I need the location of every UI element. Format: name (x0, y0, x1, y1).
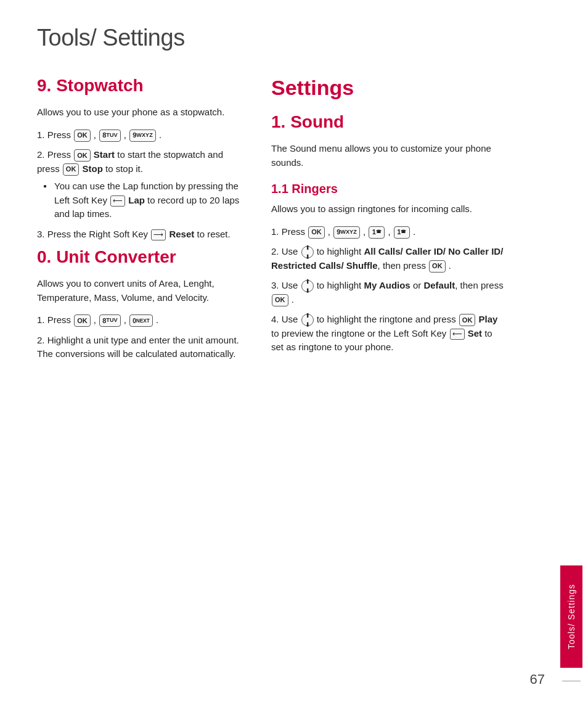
key-8tuv: 8TUV (99, 129, 120, 142)
sidebar-right: Tools/ Settings (555, 0, 588, 706)
section9-steps: 1. Press OK , 8TUV , 9WXYZ . 2. Press OK… (37, 128, 247, 242)
step-r-1: 1. Press OK , 9WXYZ , 1☎ , 1☎ . (271, 225, 505, 239)
two-column-layout: 9. Stopwatch Allows you to use your phon… (37, 76, 518, 367)
key-8tuv-0: 8TUV (99, 314, 120, 327)
bullet-9-1: You can use the Lap function by pressing… (43, 179, 247, 221)
sub11-intro: Allows you to assign ringtones for incom… (271, 202, 505, 216)
step-r-3: 3. Use ⬆⬇ to highlight My Audios or Defa… (271, 279, 505, 306)
right-column: Settings 1. Sound The Sound menu allows … (271, 76, 505, 367)
key-left-soft-lap: ⟵ (110, 195, 125, 207)
section1-intro: The Sound menu allows you to customize y… (271, 142, 505, 170)
key-left-soft-set: ⟵ (450, 329, 465, 340)
key-ok-1: OK (74, 129, 91, 142)
page-number: 67 (530, 671, 545, 688)
step-0-2: 2. Highlight a unit type and enter the u… (37, 334, 247, 361)
page-container: Tools/ Settings 9. Stopwatch Allows you … (0, 0, 588, 706)
key-ok-0-1: OK (74, 314, 91, 327)
sidebar-line (562, 681, 581, 682)
sub11-heading: 1.1 Ringers (271, 182, 505, 196)
key-ok-r2: OK (429, 260, 446, 273)
page-title: Tools/ Settings (37, 25, 518, 51)
settings-heading: Settings (271, 76, 505, 100)
key-1-r1a: 1☎ (369, 226, 385, 239)
step-9-3: 3. Press the Right Soft Key ⟶ Reset to r… (37, 228, 247, 242)
key-1-r1b: 1☎ (394, 226, 410, 239)
step-9-2: 2. Press OK Start to start the stopwatch… (37, 148, 247, 221)
key-ok-r3: OK (272, 294, 288, 306)
step-r-2: 2. Use ⬆⬇ to highlight All Calls/ Caller… (271, 245, 505, 273)
section9-intro: Allows you to use your phone as a stopwa… (37, 105, 247, 120)
key-ok-r1: OK (308, 226, 325, 239)
key-ok-2: OK (74, 149, 91, 162)
key-ok-3: OK (63, 163, 80, 176)
section9-heading: 9. Stopwatch (37, 76, 247, 96)
key-right-soft-reset: ⟶ (151, 229, 166, 240)
section0-intro: Allows you to convert units of Area, Len… (37, 277, 247, 305)
key-ok-r4: OK (459, 314, 476, 326)
left-column: 9. Stopwatch Allows you to use your phon… (37, 76, 247, 367)
key-nav-r2: ⬆⬇ (301, 246, 314, 258)
section1-heading: 1. Sound (271, 112, 505, 132)
section0-heading: 0. Unit Converter (37, 247, 247, 267)
key-9wxyz: 9WXYZ (129, 129, 156, 142)
key-9wxyz-r1: 9WXYZ (333, 226, 360, 239)
key-nav-r3: ⬆⬇ (301, 280, 314, 292)
step-9-1: 1. Press OK , 8TUV , 9WXYZ . (37, 128, 247, 142)
key-nav-r4: ⬆⬇ (301, 314, 314, 326)
step-0-1: 1. Press OK , 8TUV , 0NEXT . (37, 313, 247, 327)
sidebar-tab-label: Tools/ Settings (560, 565, 582, 668)
ringers-steps: 1. Press OK , 9WXYZ , 1☎ , 1☎ . 2. Use ⬆… (271, 225, 505, 355)
step-r-4: 4. Use ⬆⬇ to highlight the ringtone and … (271, 313, 505, 355)
step-9-1-number: 1. Press (37, 129, 73, 140)
bullet-list-9: You can use the Lap function by pressing… (37, 179, 247, 221)
key-0next: 0NEXT (129, 314, 153, 327)
section0-steps: 1. Press OK , 8TUV , 0NEXT . 2. Highligh… (37, 313, 247, 361)
main-content: Tools/ Settings 9. Stopwatch Allows you … (0, 0, 555, 706)
